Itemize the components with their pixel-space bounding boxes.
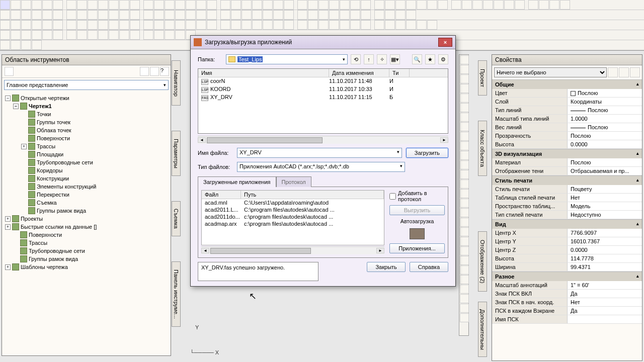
prop-row-2-1[interactable]: Таблица стилей печатиНет [492,194,642,202]
toolbar-btn-0-30[interactable] [329,0,339,10]
lscroll-left-icon[interactable]: ◄ [201,248,209,253]
toolbar-btn-2-22[interactable] [242,20,252,30]
toolbar-btn-1-2[interactable] [21,10,31,20]
newfolder-icon[interactable]: ✧ [377,54,387,64]
vtool-26[interactable] [460,304,469,313]
toolbar-btn-1-25[interactable] [273,10,283,20]
prop-row-3-4[interactable]: Ширина99.4371 [492,263,642,272]
prop-row-3-3[interactable]: Высота114.7778 [492,254,642,263]
filename-combo[interactable]: XY_DRV [237,148,402,158]
vtool-2[interactable] [460,74,469,83]
toolbar-btn-0-4[interactable] [42,0,52,10]
prop-row-4-1[interactable]: Знак ПСК ВКЛДа [492,290,642,298]
toolbar-btn-3-14[interactable] [154,30,164,40]
toolbar-btn-1-9[interactable] [98,10,108,20]
prop-value[interactable]: Координаты [568,98,642,106]
favorites-icon[interactable]: ★ [425,54,435,64]
add-to-log-checkbox[interactable]: Добавить в протокол [389,190,445,202]
vtool-4[interactable] [460,94,469,103]
vtool-14[interactable] [460,189,469,198]
tree-node-4[interactable]: Облака точек [21,126,170,134]
toolbar-btn-1-10[interactable] [109,10,119,20]
expander-icon[interactable]: − [5,96,11,101]
toolbar-btn-2-12[interactable] [130,20,140,30]
toolbar-btn-2-38[interactable] [417,20,427,30]
tree-node-11[interactable]: Элементы конструкций [21,183,170,191]
tree-node-0[interactable]: −Открытые чертежи [5,94,170,102]
loaded-row-0[interactable]: acad.mnlC:\Users\1\appdata\roaming\autod [202,199,384,206]
toolbar-btn-2-8[interactable] [88,20,98,30]
toolbar-btn-0-24[interactable] [263,0,273,10]
toolbar-btn-0-20[interactable] [220,0,230,10]
toolbar-btn-1-8[interactable] [88,10,98,20]
toolbar-btn-3-6[interactable] [66,30,76,40]
tree-node-15[interactable]: +Проекты [5,215,170,223]
prop-value[interactable]: 0.0000 [568,246,642,254]
toolbar-btn-0-44[interactable] [483,0,493,10]
find-icon[interactable]: 🔍 [412,54,422,64]
toolbar-btn-1-31[interactable] [340,10,350,20]
toolbar-btn-0-36[interactable] [395,0,406,10]
toolbar-btn-0-43[interactable] [472,0,482,10]
prop-value[interactable]: 7766.9097 [568,229,642,237]
vtool-13[interactable] [460,179,469,189]
col-name[interactable]: Имя [198,69,329,77]
toolbar-btn-3-7[interactable] [77,30,87,40]
toolbar-btn-0-10[interactable] [109,0,119,10]
toolbar-btn-3-0[interactable] [0,30,10,40]
toolbar-btn-2-17[interactable] [186,20,196,30]
up-icon[interactable]: ↑ [364,54,374,64]
toolbar-btn-0-9[interactable] [98,0,108,10]
file-row-1[interactable]: LSPKOORD11.10.2017 10:33И [198,85,448,94]
toolbar-btn-4-3[interactable] [32,40,42,50]
toolbar-btn-0-45[interactable] [494,0,504,10]
toolbar-btn-2-7[interactable] [77,20,87,30]
toolbar-btn-1-33[interactable] [361,10,371,20]
tool-icon-1[interactable] [140,67,149,76]
toolbar-btn-0-12[interactable] [130,0,140,10]
vtool-3[interactable] [460,84,469,93]
toolbar-btn-1-29[interactable] [318,10,329,20]
folder-combo[interactable]: Test_Lips [226,54,348,64]
toolbar-btn-0-2[interactable] [21,0,31,10]
toolbar-btn-3-13[interactable] [143,30,153,40]
prop-row-4-3[interactable]: ПСК в каждом ВэкранеДа [492,307,642,315]
toolbar-btn-0-25[interactable] [273,0,283,10]
toolbar-btn-3-2[interactable] [21,30,31,40]
expander-icon[interactable]: + [5,216,11,222]
toolbar-btn-1-24[interactable] [263,10,273,20]
toolbar-btn-2-35[interactable] [385,20,395,30]
expander-icon[interactable]: + [5,264,11,270]
prop-row-0-3[interactable]: Масштаб типа линий1.0000 [492,115,642,123]
prop-row-2-0[interactable]: Стиль печатиПоцвету [492,185,642,194]
toolbar-btn-1-35[interactable] [385,10,395,20]
prop-value[interactable]: 0.0000 [568,140,642,148]
toolbar-btn-0-34[interactable] [374,0,384,10]
prop-value[interactable]: 114.7778 [568,254,642,262]
vtab-objclass[interactable]: Класс объекта [478,121,487,176]
toolbar-btn-0-32[interactable] [350,0,360,10]
vtool-15[interactable] [460,199,469,208]
toolbar-btn-0-28[interactable] [308,0,318,10]
tab-protocol[interactable]: Протокол [276,176,311,187]
tab-loaded-apps[interactable]: Загруженные приложения [198,176,276,187]
toolbar-btn-0-15[interactable] [165,0,175,10]
close-button[interactable]: Закрыть [367,262,405,272]
toolbar-btn-1-14[interactable] [154,10,164,20]
vtab-display[interactable]: Отображение (2) [478,231,487,292]
prop-value[interactable] [568,315,642,323]
loaded-row-1[interactable]: acad2011.L...C:\program files\autodesk\a… [202,206,384,213]
scroll-thumb[interactable] [207,137,323,143]
toolbar-btn-1-7[interactable] [77,10,87,20]
toolbar-btn-1-30[interactable] [329,10,339,20]
toolbar-btn-2-25[interactable] [273,20,283,30]
toolbar-btn-0-8[interactable] [88,0,98,10]
toolbar-btn-0-46[interactable] [504,0,514,10]
toolbar-btn-1-21[interactable] [231,10,241,20]
help-button[interactable]: Справка [410,262,448,272]
prop-row-1-0[interactable]: МатериалПослою [492,158,642,167]
prop-value[interactable]: Да [568,307,642,315]
vtool-23[interactable] [460,275,469,284]
toolbar-btn-2-31[interactable] [340,20,350,30]
toolbar-btn-2-21[interactable] [231,20,241,30]
